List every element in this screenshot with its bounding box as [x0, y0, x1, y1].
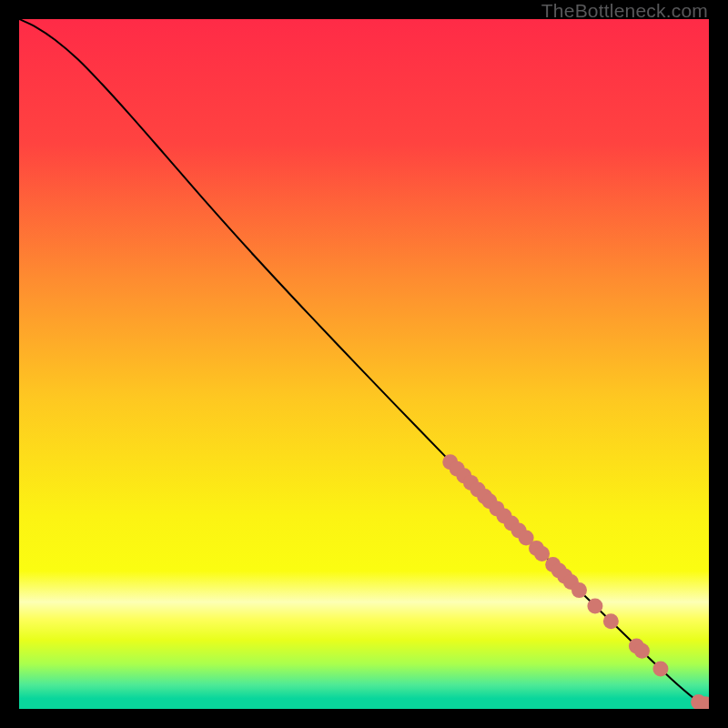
bottleneck-curve: [19, 19, 709, 704]
data-dots: [442, 454, 709, 709]
chart-overlay: [19, 19, 709, 709]
data-dot: [534, 546, 550, 561]
data-dot: [571, 582, 587, 598]
chart-frame: [19, 19, 709, 709]
data-dot: [652, 662, 668, 677]
data-dot: [603, 613, 619, 629]
watermark-text: TheBottleneck.com: [541, 0, 708, 22]
data-dot: [634, 643, 650, 659]
data-dot: [587, 599, 602, 614]
